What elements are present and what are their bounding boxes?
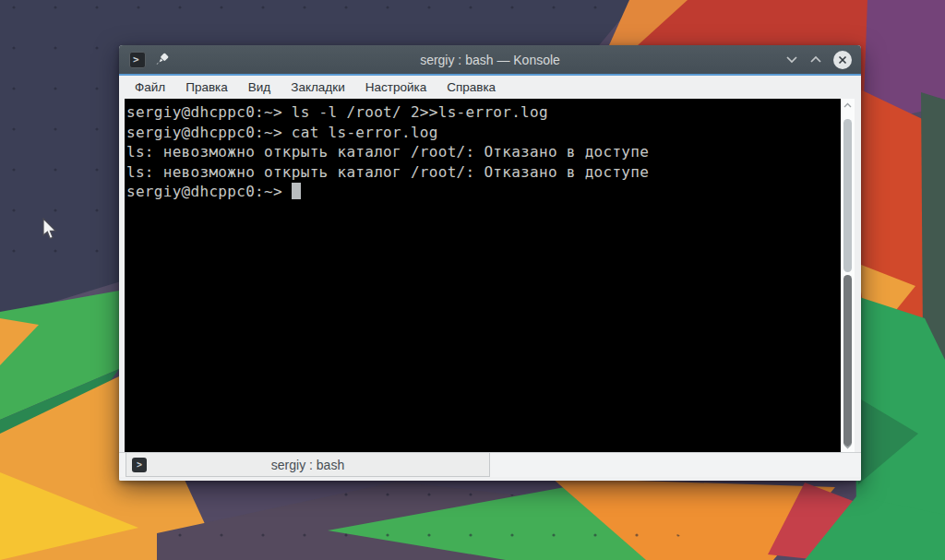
window-title: sergiy : bash — Konsole	[119, 45, 861, 74]
tab-terminal-icon: >	[132, 458, 147, 472]
terminal-line: sergiy@dhcppc0:~> cat ls-error.log	[126, 123, 841, 143]
terminal-line: ls: невозможно открыть каталог /root/: О…	[126, 142, 841, 162]
menu-item[interactable]: Закладки	[281, 80, 354, 94]
terminal-main-area: sergiy@dhcppc0:~> ls -l /root/ 2>>ls-err…	[119, 99, 861, 452]
scrollbar-upper-segment[interactable]	[843, 119, 852, 272]
menubar: ФайлПравкаВидЗакладкиНастройкаСправка	[119, 76, 861, 99]
tabbar: > sergiy : bash	[119, 452, 861, 477]
menu-item[interactable]: Файл	[125, 80, 175, 94]
menu-item[interactable]: Справка	[437, 80, 506, 94]
terminal-cursor	[292, 183, 301, 199]
menu-item[interactable]: Вид	[238, 80, 281, 94]
menu-item[interactable]: Правка	[175, 80, 238, 94]
scroll-up-icon[interactable]	[843, 102, 852, 108]
menu-item[interactable]: Настройка	[355, 80, 437, 94]
scrollbar-track[interactable]	[841, 99, 855, 452]
konsole-window: > sergiy : bash — Konsole	[119, 45, 861, 481]
scroll-down-icon[interactable]	[843, 444, 852, 449]
minimize-button[interactable]	[785, 55, 798, 64]
maximize-button[interactable]	[809, 55, 822, 64]
terminal-line: sergiy@dhcppc0:~> ls -l /root/ 2>>ls-err…	[126, 102, 841, 123]
close-button[interactable]	[833, 51, 852, 69]
tab-sergiy-bash[interactable]: > sergiy : bash	[126, 453, 490, 477]
mouse-pointer-icon	[41, 218, 58, 243]
titlebar[interactable]: > sergiy : bash — Konsole	[119, 45, 861, 74]
pin-icon[interactable]	[155, 53, 169, 66]
window-bottom-frame	[119, 477, 861, 481]
terminal-output[interactable]: sergiy@dhcppc0:~> ls -l /root/ 2>>ls-err…	[125, 99, 841, 452]
tab-label: sergiy : bash	[271, 458, 344, 472]
scrollbar-handle[interactable]	[843, 275, 852, 447]
konsole-app-icon[interactable]: >	[129, 52, 146, 68]
terminal-line: ls: невозможно открыть каталог /root/: О…	[126, 162, 841, 183]
close-icon	[838, 55, 847, 65]
terminal-line: sergiy@dhcppc0:~>	[126, 182, 841, 202]
